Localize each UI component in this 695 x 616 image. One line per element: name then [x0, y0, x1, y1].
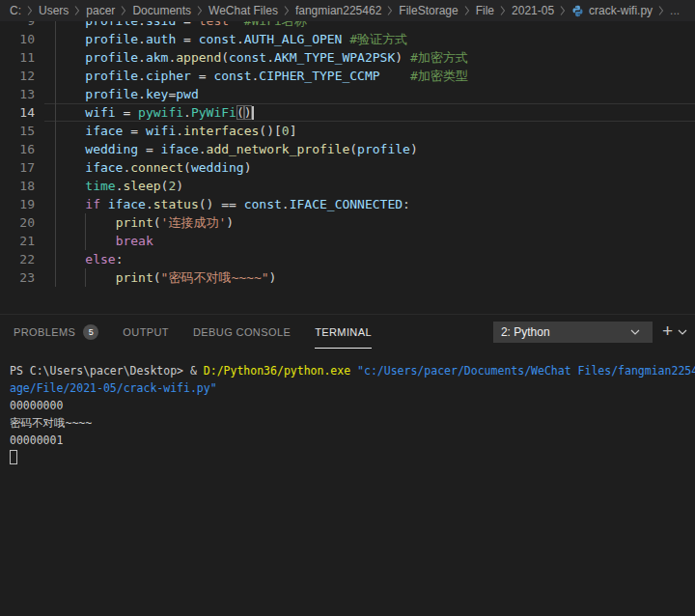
code-token: . — [236, 32, 244, 46]
code-token: ( — [349, 142, 357, 156]
breadcrumb-item[interactable]: Documents — [132, 4, 191, 17]
panel-tab-problems[interactable]: PROBLEMS5 — [14, 315, 98, 349]
code-token: ( — [221, 50, 229, 65]
code-token: iface — [85, 124, 123, 138]
code-token: profile — [85, 50, 138, 65]
code-token: "密码不对哦~~~~" — [161, 270, 269, 285]
terminal-line — [10, 449, 695, 466]
breadcrumb-item[interactable]: fangmian225462 — [295, 4, 381, 17]
code-token: = — [176, 32, 198, 46]
new-terminal-button[interactable]: + — [662, 321, 673, 342]
line-number: 23 — [0, 268, 35, 287]
terminal-more-chevron-icon[interactable] — [678, 329, 687, 335]
code-token: time — [85, 179, 115, 193]
breadcrumb-item[interactable]: C: — [10, 4, 21, 17]
terminal-select[interactable]: 2: Python — [493, 322, 653, 343]
line-number: 21 — [0, 232, 35, 250]
chevron-right-icon — [657, 6, 665, 15]
code-line[interactable]: 15 iface = wifi.interfaces()[0] — [0, 122, 695, 140]
panel-tab-label: OUTPUT — [123, 326, 169, 338]
code-line[interactable]: 18 time.sleep(2) — [0, 177, 695, 195]
code-line[interactable]: 12 profile.cipher = const.CIPHER_TYPE_CC… — [0, 67, 695, 85]
panel-tab-label: DEBUG CONSOLE — [193, 326, 291, 338]
code-token — [229, 21, 244, 28]
code-line[interactable]: 11 profile.akm.append(const.AKM_TYPE_WPA… — [0, 48, 695, 67]
code-line[interactable]: 14 wifi = pywifi.PyWiFi() — [0, 103, 695, 122]
code-token: append — [176, 50, 221, 65]
code-token: = — [176, 21, 198, 28]
code-line[interactable]: 10 profile.auth = const.AUTH_ALG_OPEN #验… — [0, 30, 695, 48]
code-token: #验证方式 — [349, 32, 407, 46]
code-token: 0 — [282, 124, 290, 138]
breadcrumb-item[interactable]: Users — [39, 4, 69, 17]
chevron-right-icon — [73, 6, 81, 15]
code-line[interactable]: 20 print('连接成功') — [0, 213, 695, 232]
code-token: () == — [199, 197, 244, 211]
breadcrumb-item[interactable]: pacer — [86, 4, 115, 17]
breadcrumb-item[interactable]: WeChat Files — [208, 4, 278, 17]
problems-count-badge: 5 — [83, 324, 98, 340]
terminal-output[interactable]: PS C:\Users\pacer\Desktop> & D:/Python36… — [10, 362, 695, 616]
code-token: = — [123, 124, 145, 138]
line-number: 10 — [0, 30, 35, 48]
code-line[interactable]: 16 wedding = iface.add_network_profile(p… — [0, 140, 695, 158]
code-line[interactable]: 19 if iface.status() == const.IFACE_CONN… — [0, 195, 695, 213]
breadcrumb: C:UserspacerDocumentsWeChat Filesfangmia… — [0, 0, 695, 21]
breadcrumb-item[interactable]: File — [476, 4, 494, 17]
code-token: const — [244, 197, 282, 211]
code-token — [55, 160, 85, 175]
code-text: profile.cipher = const.CIPHER_TYPE_CCMP … — [55, 67, 468, 85]
line-number: 17 — [0, 158, 35, 177]
breadcrumb-item[interactable]: FileStorage — [399, 4, 458, 17]
line-number: 9 — [0, 21, 35, 30]
code-token — [55, 179, 85, 193]
code-token: #加密类型 — [410, 69, 468, 83]
code-token: : — [403, 197, 410, 211]
code-token: profile — [85, 32, 138, 46]
code-text: iface = wifi.interfaces()[0] — [55, 122, 297, 140]
code-token: profile — [85, 21, 138, 28]
code-token — [55, 215, 116, 230]
editor-cursor — [252, 106, 254, 120]
line-number: 15 — [0, 122, 35, 140]
code-token: add_network_profile — [207, 142, 350, 156]
code-line[interactable]: 23 print("密码不对哦~~~~") — [0, 268, 695, 287]
code-token: . — [138, 32, 146, 46]
code-token: . — [138, 50, 146, 65]
panel-tab-debug-console[interactable]: DEBUG CONSOLE — [193, 315, 291, 349]
breadcrumb-item[interactable]: crack-wifi.py — [589, 4, 653, 17]
code-text: if iface.status() == const.IFACE_CONNECT… — [55, 195, 410, 213]
terminal-line: 00000001 — [10, 432, 695, 449]
terminal-line: age/File/2021-05/crack-wifi.py" — [10, 379, 695, 397]
line-number: 19 — [0, 195, 35, 213]
chevron-right-icon — [196, 6, 204, 15]
line-number: 22 — [0, 250, 35, 268]
code-token: = — [116, 105, 138, 120]
code-text: time.sleep(2) — [55, 177, 183, 195]
code-text: profile.akm.append(const.AKM_TYPE_WPA2PS… — [55, 48, 468, 67]
code-token: sleep — [123, 179, 160, 193]
code-token: ( — [153, 215, 161, 230]
line-number: 16 — [0, 140, 35, 158]
code-token: ( — [183, 160, 191, 175]
panel-tab-terminal[interactable]: TERMINAL — [315, 315, 372, 349]
panel-tab-output[interactable]: OUTPUT — [123, 315, 169, 349]
terminal-text: 00000000 — [10, 399, 63, 412]
code-token: const — [229, 50, 266, 65]
code-token — [55, 234, 116, 248]
code-text: else: — [55, 250, 123, 268]
code-token: cipher — [146, 69, 191, 83]
editor-code[interactable]: 9 profile.ssid = test #WiFi名称10 profile.… — [0, 21, 695, 314]
breadcrumb-item[interactable]: 2021-05 — [512, 4, 554, 17]
code-line[interactable]: 17 iface.connect(wedding) — [0, 158, 695, 177]
code-token: iface — [85, 160, 123, 175]
code-line[interactable]: 13 profile.key=pwd — [0, 85, 695, 103]
code-line[interactable]: 22 else: — [0, 250, 695, 268]
code-token: ()[ — [259, 124, 281, 138]
code-line[interactable]: 9 profile.ssid = test #WiFi名称 — [0, 21, 695, 30]
code-line[interactable]: 21 break — [0, 232, 695, 250]
code-token: . — [183, 105, 191, 120]
breadcrumb-item[interactable]: ... — [670, 4, 680, 17]
code-token: else — [85, 252, 115, 266]
code-token: . — [138, 21, 146, 28]
